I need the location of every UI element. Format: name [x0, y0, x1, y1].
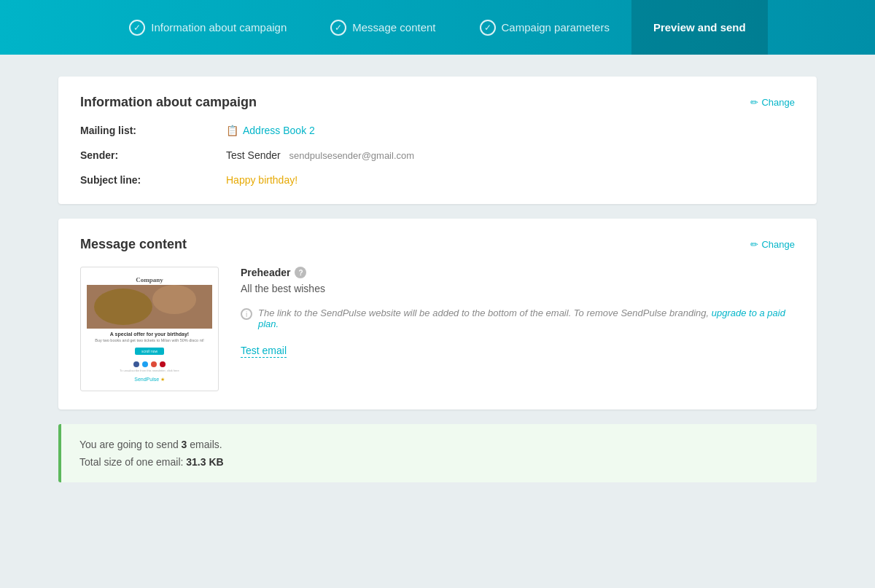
address-book-link[interactable]: 📋 Address Book 2: [226, 125, 315, 136]
nav-step-preview-label: Preview and send: [653, 21, 746, 34]
address-book-icon: 📋: [226, 125, 238, 136]
thumb-twitter-icon: [142, 361, 148, 367]
mailing-list-value: 📋 Address Book 2: [226, 125, 315, 136]
pencil-icon: ✏: [750, 97, 758, 108]
thumb-googleplus-icon: [151, 361, 157, 367]
size-line: Total size of one email: 31.3 KB: [79, 456, 798, 468]
campaign-info-change-link[interactable]: ✏ Change: [750, 97, 795, 108]
sender-value: Test Sender sendpulsesender@gmail.com: [226, 149, 414, 161]
sender-row: Sender: Test Sender sendpulsesender@gmai…: [80, 149, 795, 161]
nav-step-content-label: Message content: [352, 21, 435, 34]
size-prefix: Total size of one email:: [79, 456, 183, 468]
top-navigation: ✓ Information about campaign ✓ Message c…: [0, 0, 875, 55]
message-content-title: Message content: [80, 237, 187, 252]
campaign-info-header: Information about campaign ✏ Change: [80, 95, 795, 110]
info-notice-text: The link to the SendPulse website will b…: [258, 307, 795, 329]
thumb-body-text: A special offer for your birthday! Buy t…: [87, 329, 212, 345]
sender-name: Test Sender: [226, 149, 281, 161]
info-notice-main: The link to the SendPulse website will b…: [258, 307, 709, 318]
preheader-value: All the best wishes: [241, 283, 795, 294]
info-circle-icon: i: [241, 308, 252, 320]
size-value: 31.3 KB: [186, 456, 223, 468]
nav-step-params-label: Campaign parameters: [502, 21, 610, 34]
message-content-panel: Message content ✏ Change Company A speci…: [58, 219, 817, 409]
nav-step-info-label: Information about campaign: [151, 21, 287, 34]
pencil-icon-2: ✏: [750, 239, 758, 250]
info-notice: i The link to the SendPulse website will…: [241, 307, 795, 329]
sender-label: Sender:: [80, 149, 226, 161]
message-content-header: Message content ✏ Change: [80, 237, 795, 252]
mailing-list-label: Mailing list:: [80, 125, 226, 136]
nav-step-preview[interactable]: Preview and send: [631, 0, 768, 55]
check-icon-info: ✓: [129, 20, 145, 36]
check-icon-content: ✓: [330, 20, 346, 36]
thumb-cta-button: scroll now: [135, 348, 164, 355]
subject-value: Happy birthday!: [226, 174, 298, 186]
nav-step-content[interactable]: ✓ Message content: [308, 0, 457, 55]
summary-info-box: You are going to send 3 emails. Total si…: [58, 424, 817, 482]
nav-step-params[interactable]: ✓ Campaign parameters: [458, 0, 631, 55]
mailing-list-row: Mailing list: 📋 Address Book 2: [80, 125, 795, 136]
message-info: Preheader ? All the best wishes i The li…: [241, 267, 795, 358]
nav-steps: ✓ Information about campaign ✓ Message c…: [29, 0, 846, 55]
main-content: Information about campaign ✏ Change Mail…: [0, 55, 875, 519]
sender-email: sendpulsesender@gmail.com: [289, 150, 414, 161]
check-icon-params: ✓: [480, 20, 496, 36]
campaign-info-title: Information about campaign: [80, 95, 257, 110]
email-preview-thumbnail: Company A special offer for your birthda…: [80, 267, 219, 391]
email-thumb-inner: Company A special offer for your birthda…: [87, 273, 212, 385]
help-icon: ?: [295, 267, 306, 278]
address-book-text: Address Book 2: [243, 125, 315, 136]
emails-count-line: You are going to send 3 emails.: [79, 439, 798, 450]
thumb-pinterest-icon: [160, 361, 166, 367]
message-content-change-link[interactable]: ✏ Change: [750, 239, 795, 250]
emails-count: 3: [182, 439, 187, 450]
message-content-change-label: Change: [761, 239, 795, 250]
test-email-label: Test email: [241, 345, 287, 356]
thumb-hero-image: [87, 285, 212, 329]
campaign-info-change-label: Change: [761, 97, 795, 108]
thumb-footer: To unsubscribe from this newsletter, cli…: [87, 357, 212, 374]
thumb-sendpulse-logo: SendPulse ★: [87, 374, 212, 385]
thumb-social-icons: [91, 361, 208, 367]
message-layout: Company A special offer for your birthda…: [80, 267, 795, 391]
emails-prefix: You are going to send: [79, 439, 179, 450]
campaign-info-panel: Information about campaign ✏ Change Mail…: [58, 77, 817, 204]
test-email-link[interactable]: Test email: [241, 345, 287, 358]
preheader-label-text: Preheader: [241, 267, 290, 278]
thumb-facebook-icon: [133, 361, 139, 367]
emails-suffix: emails.: [190, 439, 222, 450]
preheader-label: Preheader ?: [241, 267, 795, 278]
nav-step-info[interactable]: ✓ Information about campaign: [107, 0, 308, 55]
thumb-unsubscribe-text: To unsubscribe from this newsletter, cli…: [91, 369, 208, 372]
subject-label: Subject line:: [80, 174, 226, 186]
thumb-company-header: Company: [87, 273, 212, 285]
subject-row: Subject line: Happy birthday!: [80, 174, 795, 186]
